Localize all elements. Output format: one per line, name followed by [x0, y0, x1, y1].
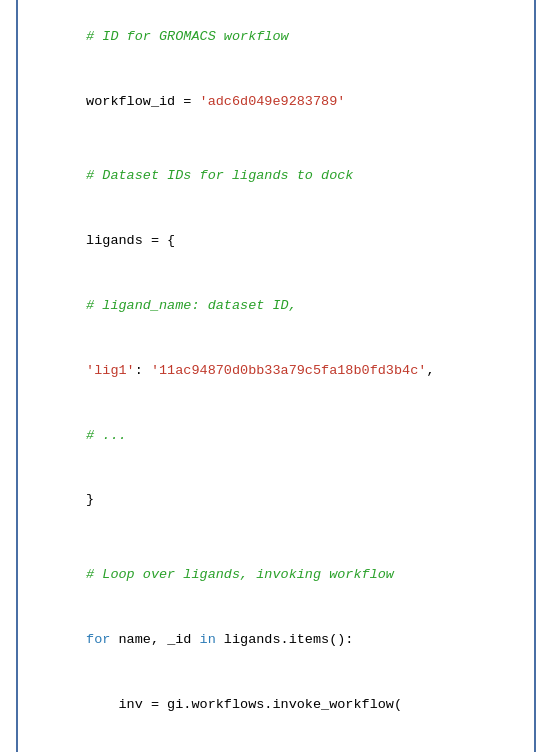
code-line-8: }: [38, 468, 514, 533]
code-line-9: for name, _id in ligands.items():: [38, 607, 514, 672]
code-line-10: inv = gi.workflows.invoke_workflow(: [38, 672, 514, 737]
code-line-7: 'lig1': '11ac94870d0bb33a79c5fa18b0fd3b4…: [38, 338, 514, 403]
code-body: from bioblend import galaxy # Server and…: [18, 0, 534, 752]
code-comment-6: # Loop over ligands, invoking workflow: [38, 543, 514, 608]
code-line-11: workflow_id,: [38, 737, 514, 752]
code-comment-5: # ...: [38, 403, 514, 468]
code-comment-3: # Dataset IDs for ligands to dock: [38, 144, 514, 209]
code-line-6: ligands = {: [38, 209, 514, 274]
code-comment-4: # ligand_name: dataset ID,: [38, 273, 514, 338]
code-line-5: workflow_id = 'adc6d049e9283789': [38, 69, 514, 134]
code-card: Hands-on 22: BioBlend script from bioble…: [16, 0, 536, 752]
code-comment-2: # ID for GROMACS workflow: [38, 4, 514, 69]
